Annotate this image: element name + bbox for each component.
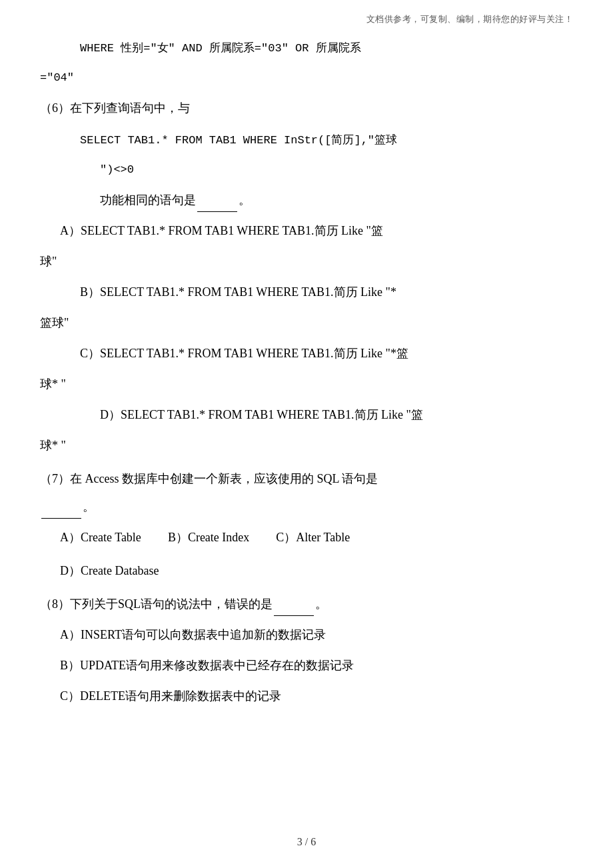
q7-blank [41,518,81,519]
q8-blank [274,615,314,616]
q6-optA-line2: 球" [40,249,573,273]
q6-middle-text: 功能相同的语句是。 [100,188,573,212]
header-note: 文档供参考，可复制、编制，期待您的好评与关注！ [40,13,573,25]
q6-sql-line1: SELECT TAB1.* FROM TAB1 WHERE InStr([简历]… [80,129,573,152]
page-number: 3 / 6 [297,836,316,847]
q8-title: （8）下列关于SQL语句的说法中，错误的是。 [40,592,573,616]
where-line2: ="04" [40,67,573,89]
where-sql-line2: ="04" [40,67,573,89]
q7-blank-line: 。 [40,495,573,519]
q6-optA-line1: A）SELECT TAB1.* FROM TAB1 WHERE TAB1.简历 … [60,219,573,243]
q6-optC-line1: C）SELECT TAB1.* FROM TAB1 WHERE TAB1.简历 … [80,341,573,365]
q6-optB-block: B）SELECT TAB1.* FROM TAB1 WHERE TAB1.简历 … [80,280,573,304]
q8-optB: B）UPDATE语句用来修改数据表中已经存在的数据记录 [60,653,573,677]
where-line1: WHERE 性别="女" AND 所属院系="03" OR 所属院系 [80,37,573,60]
q7-optC: C）Alter Table [276,525,350,549]
q7-block: （7）在 Access 数据库中创建一个新表，应该使用的 SQL 语句是 。 [40,467,573,519]
q8-optB-block: B）UPDATE语句用来修改数据表中已经存在的数据记录 [60,653,573,677]
q6-optC-block: C）SELECT TAB1.* FROM TAB1 WHERE TAB1.简历 … [80,341,573,365]
q8-optC: C）DELETE语句用来删除数据表中的记录 [60,684,573,708]
q6-middle-block: 功能相同的语句是。 [100,188,573,212]
q6-optC2-block: 球* " [40,372,573,396]
q6-optD-line2: 球* " [40,433,573,457]
q6-optB-line1: B）SELECT TAB1.* FROM TAB1 WHERE TAB1.简历 … [80,280,573,304]
q6-block: （6）在下列查询语句中，与 [40,96,573,120]
q8-optA-block: A）INSERT语句可以向数据表中追加新的数据记录 [60,623,573,647]
q8-optC-block: C）DELETE语句用来删除数据表中的记录 [60,684,573,708]
q6-sql-line2: ")<>0 [100,159,573,181]
q6-blank [197,211,237,212]
q7-optB: B）Create Index [168,525,249,549]
q7-optD: D）Create Database [60,559,573,583]
q6-title: （6）在下列查询语句中，与 [40,96,573,120]
where-sql-line1: WHERE 性别="女" AND 所属院系="03" OR 所属院系 [80,37,573,60]
q6-optD-block: D）SELECT TAB1.* FROM TAB1 WHERE TAB1.简历 … [100,403,573,427]
page-container: 文档供参考，可复制、编制，期待您的好评与关注！ WHERE 性别="女" AND… [0,0,613,868]
q7-title: （7）在 Access 数据库中创建一个新表，应该使用的 SQL 语句是 [40,467,573,491]
q7-options-row: A）Create Table B）Create Index C）Alter Ta… [60,525,573,549]
q6-sql2-block: ")<>0 [100,159,573,181]
q7-optA: A）Create Table [60,525,141,549]
q6-optD-line1: D）SELECT TAB1.* FROM TAB1 WHERE TAB1.简历 … [100,403,573,427]
q6-optC-line2: 球* " [40,372,573,396]
q7-optD-block: D）Create Database [60,559,573,583]
page-footer: 3 / 6 [0,836,613,848]
q8-optA: A）INSERT语句可以向数据表中追加新的数据记录 [60,623,573,647]
header-note-text: 文档供参考，可复制、编制，期待您的好评与关注！ [366,14,574,24]
q6-optB2-block: 篮球" [40,311,573,335]
q8-block: （8）下列关于SQL语句的说法中，错误的是。 [40,592,573,616]
q6-optD2-block: 球* " [40,433,573,457]
q6-sql-block: SELECT TAB1.* FROM TAB1 WHERE InStr([简历]… [80,129,573,152]
q6-optA2-block: 球" [40,249,573,273]
q6-optB-line2: 篮球" [40,311,573,335]
q6-optA-block: A）SELECT TAB1.* FROM TAB1 WHERE TAB1.简历 … [60,219,573,243]
